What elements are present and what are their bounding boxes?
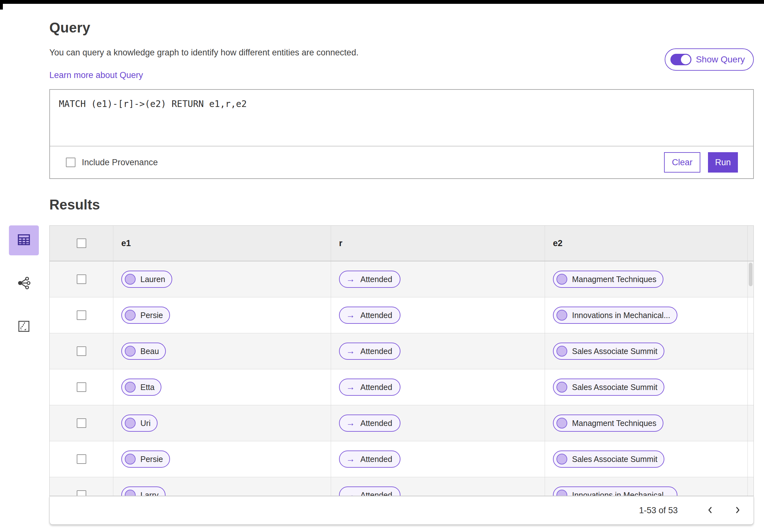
entity-pill[interactable]: Etta	[121, 379, 161, 396]
row-checkbox[interactable]	[77, 274, 86, 284]
table-row: Lauren → Attended Managment Techniques	[50, 262, 753, 297]
entity-label: Sales Associate Summit	[572, 383, 658, 392]
entity-pill[interactable]: Innovations in Mechanical...	[553, 307, 677, 324]
view-switcher	[9, 225, 39, 342]
table-header-row: e1 r e2	[50, 226, 753, 262]
entity-pill[interactable]: Sales Associate Summit	[553, 343, 665, 360]
relation-pill[interactable]: → Attended	[339, 415, 400, 432]
pagination-prev-button[interactable]	[703, 503, 717, 517]
learn-more-link[interactable]: Learn more about Query	[49, 70, 143, 80]
relation-pill[interactable]: → Attended	[339, 450, 400, 468]
scrollbar-column	[748, 369, 753, 405]
entity-node-icon	[125, 454, 136, 464]
header-check-cell	[50, 226, 113, 261]
path-view-icon	[18, 320, 30, 334]
entity-label: Uri	[140, 419, 151, 428]
page-title: Query	[49, 20, 754, 36]
entity-pill[interactable]: Persie	[121, 307, 170, 324]
clear-button[interactable]: Clear	[664, 152, 700, 173]
row-checkbox[interactable]	[77, 310, 86, 320]
entity-pill[interactable]: Innovations in Mechanical...	[553, 486, 677, 496]
include-provenance-option[interactable]: Include Provenance	[66, 158, 158, 167]
pagination-range: 1-53 of 53	[639, 506, 678, 515]
table-row: Larry → Attended Innovations in Mechanic…	[50, 477, 753, 496]
include-provenance-label: Include Provenance	[82, 158, 158, 167]
arrow-right-icon: →	[346, 311, 355, 320]
query-input[interactable]: MATCH (e1)-[r]->(e2) RETURN e1,r,e2	[50, 90, 753, 146]
row-e1-cell: Larry	[113, 477, 331, 496]
row-check-cell	[50, 441, 113, 477]
entity-pill[interactable]: Beau	[121, 343, 166, 360]
row-e2-cell: Sales Associate Summit	[545, 441, 748, 477]
run-button[interactable]: Run	[708, 152, 738, 173]
relation-pill[interactable]: → Attended	[339, 486, 400, 496]
path-view-button[interactable]	[9, 312, 39, 342]
entity-label: Managment Techniques	[572, 419, 657, 428]
entity-pill[interactable]: Managment Techniques	[553, 270, 664, 288]
entity-pill[interactable]: Managment Techniques	[553, 415, 664, 432]
intro-row: You can query a knowledge graph to ident…	[49, 48, 754, 80]
arrow-right-icon: →	[346, 383, 355, 392]
entity-node-icon	[125, 274, 136, 284]
row-r-cell: → Attended	[331, 262, 545, 297]
column-header-r: r	[331, 226, 545, 261]
row-e2-cell: Sales Associate Summit	[545, 369, 748, 405]
row-r-cell: → Attended	[331, 405, 545, 441]
table-body: Lauren → Attended Managment Techniques P…	[50, 262, 753, 496]
entity-label: Etta	[140, 383, 154, 392]
include-provenance-checkbox[interactable]	[66, 158, 76, 167]
query-actions: Clear Run	[664, 152, 738, 173]
row-check-cell	[50, 333, 113, 369]
entity-pill[interactable]: Sales Associate Summit	[553, 450, 665, 468]
table-view-button[interactable]	[9, 225, 39, 255]
entity-node-icon	[125, 418, 136, 429]
select-all-checkbox[interactable]	[77, 239, 86, 248]
entity-label: Sales Associate Summit	[572, 347, 658, 356]
relation-pill[interactable]: → Attended	[339, 343, 400, 360]
row-r-cell: → Attended	[331, 477, 545, 496]
scrollbar-column	[748, 477, 753, 496]
entity-node-icon	[556, 310, 567, 321]
results-title: Results	[49, 197, 754, 213]
table-scrollbar-thumb[interactable]	[749, 263, 753, 286]
row-e2-cell: Innovations in Mechanical...	[545, 477, 748, 496]
entity-node-icon	[125, 490, 136, 496]
relation-pill[interactable]: → Attended	[339, 379, 400, 396]
relation-pill[interactable]: → Attended	[339, 270, 400, 288]
entity-pill[interactable]: Sales Associate Summit	[553, 379, 665, 396]
toggle-switch-icon[interactable]	[670, 54, 691, 65]
entity-label: Lauren	[140, 275, 165, 284]
show-query-toggle[interactable]: Show Query	[665, 48, 754, 71]
toggle-knob	[681, 55, 690, 64]
entity-label: Persie	[140, 311, 163, 320]
table-row: Persie → Attended Sales Associate Summit	[50, 441, 753, 477]
row-e1-cell: Uri	[113, 405, 331, 441]
relation-label: Attended	[360, 419, 392, 428]
entity-node-icon	[556, 274, 567, 284]
row-checkbox[interactable]	[77, 490, 86, 496]
entity-pill[interactable]: Lauren	[121, 270, 172, 288]
relation-label: Attended	[360, 383, 392, 392]
relation-label: Attended	[360, 275, 392, 284]
graph-view-icon	[17, 276, 31, 291]
entity-pill[interactable]: Uri	[121, 415, 158, 432]
relation-pill[interactable]: → Attended	[339, 307, 400, 324]
page-description: You can query a knowledge graph to ident…	[49, 48, 358, 58]
entity-pill[interactable]: Persie	[121, 450, 170, 468]
graph-view-button[interactable]	[9, 269, 39, 299]
intro-text: You can query a knowledge graph to ident…	[49, 48, 358, 80]
chevron-left-icon	[706, 506, 715, 515]
entity-label: Innovations in Mechanical...	[572, 491, 670, 496]
row-checkbox[interactable]	[77, 382, 86, 392]
entity-pill[interactable]: Larry	[121, 486, 165, 496]
arrow-right-icon: →	[346, 275, 355, 284]
row-checkbox[interactable]	[77, 454, 86, 464]
pagination-next-button[interactable]	[731, 503, 745, 517]
table-row: Etta → Attended Sales Associate Summit	[50, 369, 753, 405]
scrollbar-column	[748, 405, 753, 441]
row-checkbox[interactable]	[77, 418, 86, 428]
query-panel-footer: Include Provenance Clear Run	[50, 146, 753, 178]
relation-label: Attended	[360, 491, 392, 496]
results-area: e1 r e2 Lauren → Attended Managmen	[49, 225, 754, 525]
row-checkbox[interactable]	[77, 346, 86, 356]
